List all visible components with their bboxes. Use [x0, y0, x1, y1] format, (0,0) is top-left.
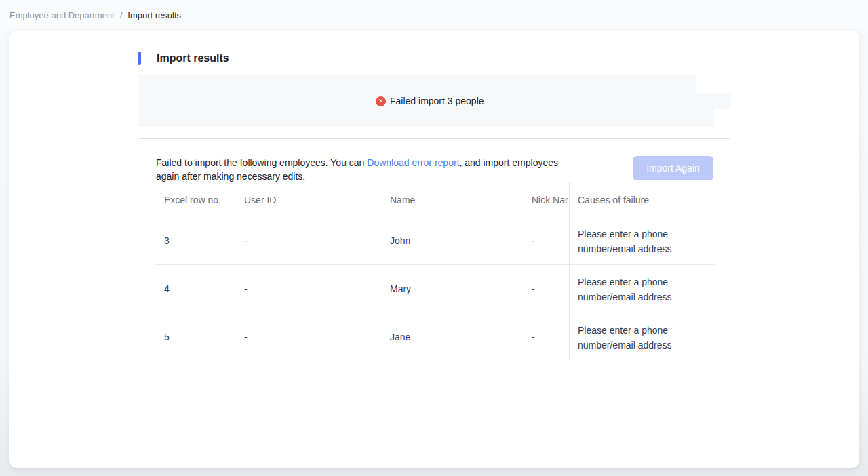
breadcrumb-separator: /	[120, 10, 123, 20]
cell-excel-row: 4	[164, 282, 170, 296]
column-header-name: Name	[390, 193, 415, 207]
column-header-nick-name: Nick Name	[532, 193, 568, 207]
import-failures-panel: Failed to import the following employees…	[138, 138, 730, 376]
row-divider	[155, 361, 715, 361]
page-title: Import results	[157, 50, 229, 66]
status-banner-step-2	[696, 109, 714, 127]
description-text-before: Failed to import the following employees…	[156, 157, 367, 168]
row-divider	[155, 313, 715, 313]
import-again-button[interactable]: Import Again	[633, 156, 713, 180]
banner-message: Failed import 3 people	[390, 94, 484, 108]
cell-name: John	[390, 234, 410, 247]
cell-cause: Please enter a phone number/email addres…	[578, 226, 692, 256]
cell-user-id: -	[244, 282, 248, 296]
cell-cause: Please enter a phone number/email addres…	[578, 275, 692, 304]
column-header-user-id: User ID	[244, 193, 276, 207]
banner-content: ✕ Failed import 3 people	[376, 94, 484, 108]
download-error-report-link[interactable]: Download error report	[367, 157, 459, 168]
row-divider	[155, 264, 715, 265]
cell-name: Jane	[390, 330, 410, 344]
cell-excel-row: 3	[164, 234, 170, 247]
description-text-line2: again after making necessary edits.	[156, 170, 612, 183]
cell-excel-row: 5	[164, 330, 170, 344]
breadcrumb-parent-link[interactable]: Employee and Department	[9, 10, 115, 20]
cell-user-id: -	[244, 330, 248, 344]
status-banner-step-1	[696, 93, 731, 109]
cell-nick-name: -	[532, 282, 535, 296]
error-circle-icon: ✕	[376, 96, 386, 106]
column-header-causes: Causes of failure	[578, 193, 649, 207]
breadcrumb-current: Import results	[127, 10, 181, 20]
breadcrumb: Employee and Department / Import results	[0, 0, 868, 31]
column-header-excel-row: Excel row no.	[164, 193, 221, 207]
cell-nick-name: -	[532, 234, 535, 247]
cell-nick-name: -	[532, 330, 535, 344]
cell-cause: Please enter a phone number/email addres…	[578, 323, 692, 353]
cell-user-id: -	[244, 234, 248, 247]
screen: Employee and Department / Import results…	[0, 0, 868, 476]
failure-description: Failed to import the following employees…	[156, 156, 612, 183]
title-accent-bar	[138, 52, 141, 65]
cell-name: Mary	[390, 282, 411, 296]
description-text-after: , and import employees	[459, 157, 558, 168]
pinned-column-divider	[569, 182, 570, 360]
main-card: Import results ✕ Failed import 3 people …	[9, 31, 859, 468]
